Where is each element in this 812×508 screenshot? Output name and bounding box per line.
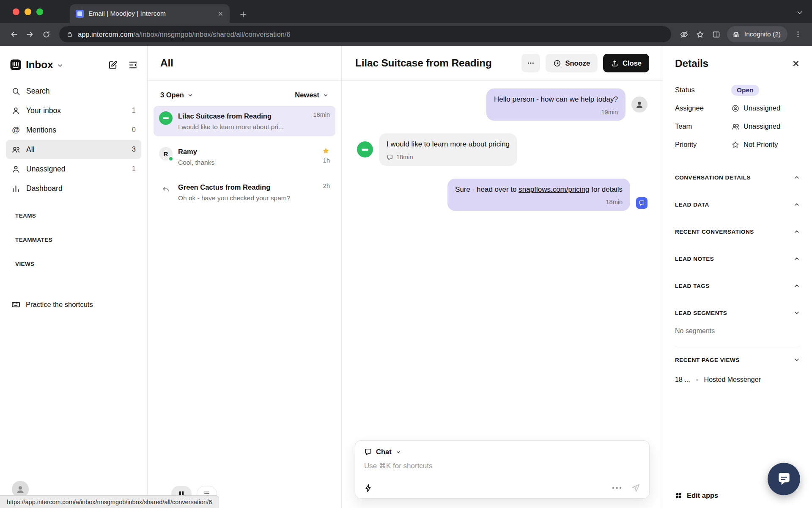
snooze-button[interactable]: Snooze [546,54,598,72]
team-people-icon [731,122,740,131]
apps-grid-icon [675,492,683,500]
snooze-label: Snooze [565,59,590,67]
composer-mode-dropdown[interactable]: Chat [364,448,640,456]
lock-icon [66,31,73,38]
sidebar-item-all[interactable]: All 3 [6,140,141,159]
messenger-launcher-button[interactable] [768,463,800,495]
browser-tab[interactable]: Email | Moodjoy | Intercom [70,4,230,23]
edit-apps-button[interactable]: Edit apps [675,491,718,500]
sidebar-nav: Search Your inbox 1 @ Mentions 0 All 3 [6,81,141,198]
tab-search-chevron-icon[interactable] [796,9,804,17]
avatar-person-icon [15,484,25,494]
page-view-row[interactable]: 18 ... Hosted Messenger [675,373,800,384]
lightning-shortcuts-icon[interactable] [364,484,373,492]
sidebar-item-label: All [26,145,34,154]
message-text: Sure - head over to [455,185,518,193]
practice-shortcuts-link[interactable]: Practice the shortcuts [11,300,93,309]
status-badge[interactable]: Open [731,85,759,96]
open-filter-label: 3 Open [160,91,184,99]
incognito-profile-chip[interactable]: Incognito (2) [727,26,787,42]
sidebar-section-views[interactable]: VIEWS [15,261,132,267]
priority-field: Priority Not Priority [675,135,800,154]
field-label: Assignee [675,104,731,112]
chevron-up-icon [793,174,800,181]
compose-icon[interactable] [108,60,118,70]
sort-dropdown[interactable]: Newest [295,91,329,99]
assignee-label: Unassigned [743,104,780,112]
close-conversation-button[interactable]: Close [603,54,649,72]
tab-favicon-icon [76,10,84,18]
conversation-row-ramy[interactable]: R Ramy Cool, thanks 1h [154,141,335,172]
admin-message-bubble: Hello person - how can we help today? 19… [486,88,625,121]
reply-composer[interactable]: Chat Use ⌘K for shortcuts [355,440,650,499]
collapse-sidebar-icon[interactable] [128,60,138,70]
close-details-icon[interactable] [792,59,800,68]
address-bar[interactable]: app.intercom.com/a/inbox/nnsgmgob/inbox/… [59,26,671,42]
starred-icon[interactable] [322,147,330,155]
sidebar-item-your-inbox[interactable]: Your inbox 1 [6,101,141,120]
section-conversation-details[interactable]: CONVERSATION DETAILS [675,164,800,191]
sidebar-item-dashboard[interactable]: Dashboard [6,179,141,198]
screen: Email | Moodjoy | Intercom app.intercom.… [0,0,812,508]
chat-icon [364,448,372,456]
person-icon [11,165,20,174]
message-text: Hello person - how can we help today? [494,95,618,103]
section-recent-page-views[interactable]: RECENT PAGE VIEWS [675,346,800,373]
section-lead-segments[interactable]: LEAD SEGMENTS [675,299,800,326]
conversation-title: Green Cactus from Reading [178,182,318,192]
minimize-window-button[interactable] [25,8,31,15]
more-options-button[interactable] [521,54,540,72]
sidebar-item-mentions[interactable]: @ Mentions 0 [6,120,141,140]
forward-button[interactable] [22,26,38,42]
conversation-list-panel: All 3 Open Newest Lilac Suitcase from Re… [148,46,342,508]
details-panel: Details Status Open Assignee Unassigned … [663,46,812,508]
new-tab-icon[interactable] [239,10,247,19]
message-text: for details [590,185,623,193]
chevron-down-icon [323,92,329,98]
pricing-link[interactable]: snapflows.com/pricing [518,185,589,193]
message-row: Sure - head over to snapflows.com/pricin… [357,179,647,211]
reload-button[interactable] [38,26,54,42]
admin-message-bubble: Sure - head over to snapflows.com/pricin… [447,179,630,211]
chevron-up-icon [793,228,800,235]
bookmark-star-icon[interactable] [692,26,708,42]
online-presence-dot [168,156,173,161]
priority-value[interactable]: Not Priority [731,141,778,149]
side-panel-icon[interactable] [708,26,724,42]
incognito-icon [732,30,741,39]
team-value[interactable]: Unassigned [731,122,780,131]
open-filter-dropdown[interactable]: 3 Open [160,91,193,99]
sidebar-section-teammates[interactable]: TEAMMATES [15,237,132,243]
field-label: Team [675,122,731,130]
workspace-chevron-icon[interactable] [57,62,63,69]
close-window-button[interactable] [13,8,19,15]
conversation-preview: I would like to learn more about pri... [178,123,308,131]
maximize-window-button[interactable] [36,8,43,15]
reading-mode-off-icon[interactable] [676,26,692,42]
browser-menu-icon[interactable] [790,26,806,42]
close-tray-icon [611,59,619,67]
back-button[interactable] [6,26,22,42]
chevron-up-icon [793,255,800,262]
url-path: /a/inbox/nnsgmgob/inbox/shared/all/conve… [133,30,290,38]
composer-input[interactable]: Use ⌘K for shortcuts [364,461,640,470]
section-lead-notes[interactable]: LEAD NOTES [675,245,800,272]
section-lead-tags[interactable]: LEAD TAGS [675,272,800,299]
send-icon[interactable] [631,483,640,492]
sidebar-item-unassigned[interactable]: Unassigned 1 [6,159,141,179]
person-silhouette-icon [635,100,644,109]
tab-close-icon[interactable] [217,11,224,17]
conversation-row-lilac-suitcase[interactable]: Lilac Suitcase from Reading I would like… [154,106,335,136]
assignee-field: Assignee Unassigned [675,99,800,117]
section-lead-data[interactable]: LEAD DATA [675,191,800,218]
assignee-value[interactable]: Unassigned [731,104,780,113]
sidebar-item-search[interactable]: Search [6,81,141,101]
message-time: 18min [396,153,413,162]
conversation-row-green-cactus[interactable]: Green Cactus from Reading Oh ok - have y… [154,177,335,207]
browser-tabstrip: Email | Moodjoy | Intercom [0,0,812,23]
sidebar-section-teams[interactable]: TEAMS [15,213,132,219]
sidebar-item-label: Mentions [26,126,56,135]
sidebar-item-count: 0 [132,126,136,134]
composer-more-icon[interactable] [612,487,622,489]
section-recent-conversations[interactable]: RECENT CONVERSATIONS [675,218,800,245]
